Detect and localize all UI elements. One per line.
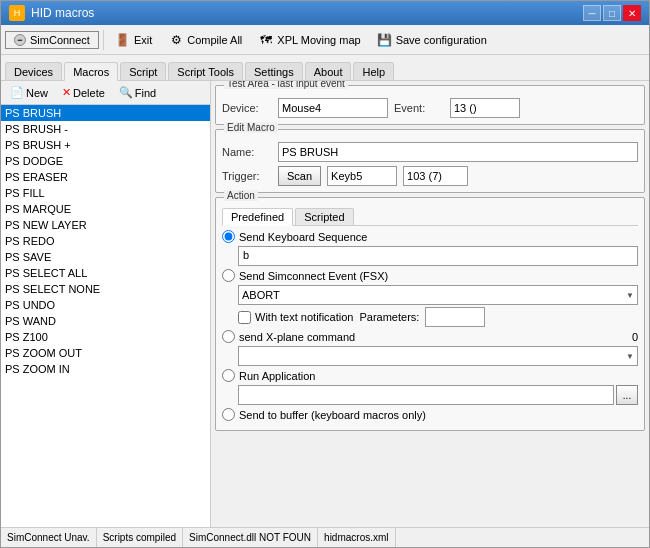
keyb-input[interactable]	[327, 166, 397, 186]
keyboard-sequence-input[interactable]: b	[238, 246, 638, 266]
minimize-button[interactable]: ─	[583, 5, 601, 21]
save-icon: 💾	[377, 32, 393, 48]
macro-list[interactable]: PS BRUSH PS BRUSH - PS BRUSH + PS DODGE …	[1, 105, 210, 527]
tab-script[interactable]: Script	[120, 62, 166, 80]
close-button[interactable]: ✕	[623, 5, 641, 21]
edit-macro-label: Edit Macro	[224, 122, 278, 133]
new-icon: 📄	[10, 86, 24, 99]
list-item[interactable]: PS DODGE	[1, 153, 210, 169]
list-item[interactable]: PS NEW LAYER	[1, 217, 210, 233]
run-app-radio-row: Run Application	[222, 369, 638, 382]
xpl-map-label: XPL Moving map	[277, 34, 360, 46]
compile-all-button[interactable]: ⚙ Compile All	[161, 28, 249, 52]
find-label: Find	[135, 87, 156, 99]
tab-about[interactable]: About	[305, 62, 352, 80]
xplane-radio[interactable]	[222, 330, 235, 343]
send-buffer-radio-row: Send to buffer (keyboard macros only)	[222, 408, 638, 421]
browse-button[interactable]: ...	[616, 385, 638, 405]
delete-icon: ✕	[62, 86, 71, 99]
tab-settings[interactable]: Settings	[245, 62, 303, 80]
keycode-input[interactable]	[403, 166, 468, 186]
tab-predefined[interactable]: Predefined	[222, 208, 293, 226]
keyboard-radio-row: Send Keyboard Sequence	[222, 230, 638, 243]
compile-label: Compile All	[187, 34, 242, 46]
list-item[interactable]: PS SELECT NONE	[1, 281, 210, 297]
list-item[interactable]: PS SELECT ALL	[1, 265, 210, 281]
restore-button[interactable]: □	[603, 5, 621, 21]
simconnect-status-icon: −	[14, 34, 26, 46]
action-group: Action Predefined Scripted Send Keyboard…	[215, 197, 645, 431]
list-item[interactable]: PS BRUSH -	[1, 121, 210, 137]
list-toolbar: 📄 New ✕ Delete 🔍 Find	[1, 81, 210, 105]
test-area-group: Test Area - last input event Device: Eve…	[215, 85, 645, 125]
status-bar: SimConnect Unav. Scripts compiled SimCon…	[1, 527, 649, 547]
window-controls: ─ □ ✕	[583, 5, 641, 21]
simconnect-dropdown[interactable]: ABORT ▼	[238, 285, 638, 305]
params-label: Parameters:	[359, 311, 419, 323]
tab-macros[interactable]: Macros	[64, 62, 118, 81]
list-item[interactable]: PS ZOOM OUT	[1, 345, 210, 361]
dropdown-arrow-icon: ▼	[626, 291, 634, 300]
new-macro-button[interactable]: 📄 New	[5, 84, 53, 101]
event-input[interactable]	[450, 98, 520, 118]
window-title: HID macros	[31, 6, 583, 20]
send-buffer-radio[interactable]	[222, 408, 235, 421]
list-item[interactable]: PS SAVE	[1, 249, 210, 265]
run-app-input[interactable]	[238, 385, 614, 405]
list-item[interactable]: PS UNDO	[1, 297, 210, 313]
find-macro-button[interactable]: 🔍 Find	[114, 84, 161, 101]
simconnect-button[interactable]: − SimConnect	[5, 31, 99, 49]
list-item[interactable]: PS ERASER	[1, 169, 210, 185]
exit-label: Exit	[134, 34, 152, 46]
xplane-value: 0	[632, 331, 638, 343]
status-xml: hidmacros.xml	[318, 528, 395, 547]
scan-button[interactable]: Scan	[278, 166, 321, 186]
macro-name-input[interactable]	[278, 142, 638, 162]
save-config-button[interactable]: 💾 Save configuration	[370, 28, 494, 52]
list-item[interactable]: PS REDO	[1, 233, 210, 249]
list-item[interactable]: PS FILL	[1, 185, 210, 201]
simconnect-radio[interactable]	[222, 269, 235, 282]
simconnect-radio-row: Send Simconnect Event (FSX)	[222, 269, 638, 282]
find-icon: 🔍	[119, 86, 133, 99]
delete-label: Delete	[73, 87, 105, 99]
text-notif-checkbox[interactable]	[238, 311, 251, 324]
delete-macro-button[interactable]: ✕ Delete	[57, 84, 110, 101]
run-app-radio[interactable]	[222, 369, 235, 382]
main-window: H HID macros ─ □ ✕ − SimConnect 🚪 Exit ⚙…	[0, 0, 650, 548]
keyboard-radio[interactable]	[222, 230, 235, 243]
new-label: New	[26, 87, 48, 99]
xpl-map-button[interactable]: 🗺 XPL Moving map	[251, 28, 367, 52]
status-simconnect: SimConnect Unav.	[1, 528, 97, 547]
run-app-radio-label: Run Application	[239, 370, 315, 382]
xplane-radio-row: send X-plane command 0	[222, 330, 638, 343]
list-item[interactable]: PS ZOOM IN	[1, 361, 210, 377]
content-area: 📄 New ✕ Delete 🔍 Find PS BRUSH PS BRUSH …	[1, 81, 649, 527]
tab-script-tools[interactable]: Script Tools	[168, 62, 243, 80]
event-label: Event:	[394, 102, 444, 114]
tab-scripted[interactable]: Scripted	[295, 208, 353, 225]
save-config-label: Save configuration	[396, 34, 487, 46]
params-input[interactable]	[425, 307, 485, 327]
list-item[interactable]: PS Z100	[1, 329, 210, 345]
macro-list-panel: 📄 New ✕ Delete 🔍 Find PS BRUSH PS BRUSH …	[1, 81, 211, 527]
tab-help[interactable]: Help	[353, 62, 394, 80]
xplane-dropdown[interactable]: ▼	[238, 346, 638, 366]
trigger-label: Trigger:	[222, 170, 272, 182]
exit-button[interactable]: 🚪 Exit	[108, 28, 159, 52]
keyboard-radio-label: Send Keyboard Sequence	[239, 231, 367, 243]
list-item[interactable]: PS MARQUE	[1, 201, 210, 217]
device-input[interactable]	[278, 98, 388, 118]
macro-edit-panel: Test Area - last input event Device: Eve…	[211, 81, 649, 527]
action-group-label: Action	[224, 190, 258, 201]
xplane-radio-label: send X-plane command	[239, 331, 355, 343]
tab-devices[interactable]: Devices	[5, 62, 62, 80]
exit-icon: 🚪	[115, 32, 131, 48]
list-item[interactable]: PS WAND	[1, 313, 210, 329]
list-item[interactable]: PS BRUSH +	[1, 137, 210, 153]
list-item[interactable]: PS BRUSH	[1, 105, 210, 121]
title-bar: H HID macros ─ □ ✕	[1, 1, 649, 25]
toolbar-sep-1	[103, 30, 104, 50]
app-icon: H	[9, 5, 25, 21]
name-label: Name:	[222, 146, 272, 158]
